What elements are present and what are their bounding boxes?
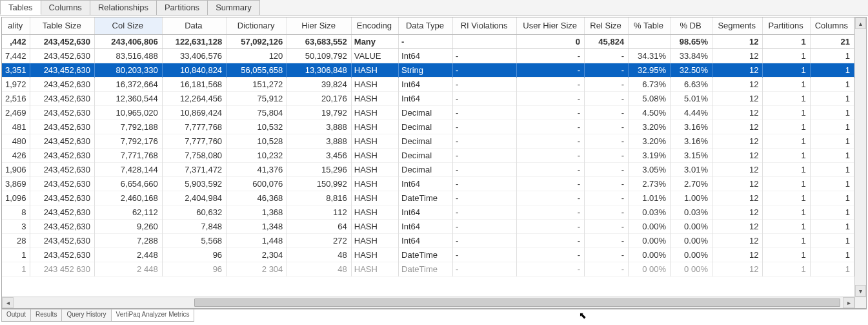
top-tab-relationships[interactable]: Relationships	[90, 0, 157, 15]
cell: 4.50%	[629, 105, 671, 120]
cell: 243,452,630	[30, 233, 94, 247]
top-tab-summary[interactable]: Summary	[207, 0, 260, 15]
column-header--db[interactable]: % DB	[671, 17, 712, 34]
table-row[interactable]: 1243,452,6302,448962,30448HASHDateTime--…	[2, 247, 854, 262]
column-header-data-type[interactable]: Data Type	[399, 17, 453, 34]
column-header-table-size[interactable]: Table Size	[30, 17, 94, 34]
table-row[interactable]: 7,442243,452,63083,516,48833,406,5761205…	[2, 48, 854, 63]
table-row[interactable]: 426243,452,6307,771,7687,758,08010,2323,…	[2, 148, 854, 162]
table-row[interactable]: 28243,452,6307,2885,5681,448272HASHInt64…	[2, 233, 854, 247]
cell: 12	[712, 219, 763, 233]
column-header-rel-size[interactable]: Rel Size	[585, 17, 629, 34]
table-row[interactable]: 1,972243,452,63016,372,66416,181,568151,…	[2, 77, 854, 91]
cell: -	[452, 77, 516, 91]
cell: 28	[2, 233, 30, 247]
cell: -	[452, 262, 516, 276]
cell: HASH	[351, 162, 398, 176]
data-grid: alityTable SizeCol SizeDataDictionaryHie…	[2, 17, 854, 297]
bottom-tab-vertipaq-analyzer-metrics[interactable]: VertiPaq Analyzer Metrics	[111, 309, 195, 322]
cell: 1	[763, 134, 810, 148]
scroll-up-arrow-icon[interactable]: ▴	[855, 17, 866, 29]
header-row: alityTable SizeCol SizeDataDictionaryHie…	[2, 17, 854, 34]
cell: 243,452,630	[30, 205, 94, 219]
column-header-ality[interactable]: ality	[2, 17, 30, 34]
table-row[interactable]: 1,906243,452,6307,428,1447,371,47241,376…	[2, 162, 854, 176]
scroll-right-arrow-icon[interactable]: ▸	[843, 297, 854, 308]
cell: 12	[712, 105, 763, 120]
cell: -	[517, 63, 585, 77]
column-header-columns[interactable]: Columns	[810, 17, 854, 34]
cell: -	[452, 162, 516, 176]
cell: 3,351	[2, 63, 30, 77]
cell: Decimal	[399, 134, 453, 148]
cell: 1	[763, 262, 810, 276]
cell: 7,428,144	[94, 162, 162, 176]
vertipaq-table: alityTable SizeCol SizeDataDictionaryHie…	[2, 17, 854, 277]
cell: -	[517, 77, 585, 91]
table-row[interactable]: 2,469243,452,63010,965,02010,869,42475,8…	[2, 105, 854, 120]
cell: 243,452,630	[30, 63, 94, 77]
cell: 7,848	[162, 219, 226, 233]
table-row[interactable]: 481243,452,6307,792,1887,777,76810,5323,…	[2, 120, 854, 134]
top-tab-tables[interactable]: Tables	[0, 0, 41, 15]
cell: Int64	[399, 233, 453, 247]
column-header-partitions[interactable]: Partitions	[763, 17, 810, 34]
bottom-tab-query-history[interactable]: Query History	[61, 309, 111, 322]
cell: -	[452, 176, 516, 191]
column-header-encoding[interactable]: Encoding	[351, 17, 398, 34]
cell: Int64	[399, 77, 453, 91]
hscroll-thumb[interactable]	[194, 299, 840, 307]
column-header-data[interactable]: Data	[162, 17, 226, 34]
cell: 48	[287, 247, 351, 262]
cell: HASH	[351, 91, 398, 105]
cell: 243,452,630	[30, 134, 94, 148]
cell: Decimal	[399, 148, 453, 162]
cell: -	[452, 247, 516, 262]
cell: 7,777,760	[162, 134, 226, 148]
cell: 1	[763, 77, 810, 91]
cell: -	[585, 63, 629, 77]
scroll-left-arrow-icon[interactable]: ◂	[2, 297, 14, 308]
totals-row[interactable]: ,442243,452,630243,406,806122,631,12857,…	[2, 34, 854, 48]
cell: 243,452,630	[30, 247, 94, 262]
column-header-hier-size[interactable]: Hier Size	[287, 17, 351, 34]
vertical-scrollbar[interactable]: ▴ ▾	[854, 17, 866, 297]
column-header--table[interactable]: % Table	[629, 17, 671, 34]
cell: 1	[810, 120, 854, 134]
cell: -	[585, 191, 629, 205]
cell: 1	[763, 205, 810, 219]
cell: 1	[2, 247, 30, 262]
column-header-user-hier-size[interactable]: User Hier Size	[517, 17, 585, 34]
cell: 120	[227, 48, 287, 63]
table-row[interactable]: 3,351243,452,63080,203,33010,840,82456,0…	[2, 63, 854, 77]
cell: Decimal	[399, 162, 453, 176]
column-header-col-size[interactable]: Col Size	[94, 17, 162, 34]
column-header-ri-violations[interactable]: RI Violations	[452, 17, 516, 34]
hscroll-track[interactable]	[14, 297, 843, 308]
cell: -	[517, 162, 585, 176]
cell: 243,452,630	[30, 191, 94, 205]
scroll-down-arrow-icon[interactable]: ▾	[855, 285, 866, 297]
cell: 1	[763, 105, 810, 120]
table-row[interactable]: 3,869243,452,6306,654,6605,903,592600,07…	[2, 176, 854, 191]
cell: String	[399, 63, 453, 77]
cell: 3.16%	[671, 134, 712, 148]
table-row[interactable]: 2,516243,452,63012,360,54412,264,45675,9…	[2, 91, 854, 105]
top-tab-columns[interactable]: Columns	[41, 0, 90, 15]
bottom-tab-output[interactable]: Output	[1, 309, 31, 322]
table-row[interactable]: 1,096243,452,6302,460,1682,404,98446,368…	[2, 191, 854, 205]
cell: Int64	[399, 91, 453, 105]
top-tab-partitions[interactable]: Partitions	[156, 0, 208, 15]
cell: 112	[287, 205, 351, 219]
table-row[interactable]: 8243,452,63062,11260,6321,368112HASHInt6…	[2, 205, 854, 219]
cell: -	[585, 219, 629, 233]
horizontal-scrollbar[interactable]: ◂ ▸	[2, 297, 854, 308]
cell: 2,404,984	[162, 191, 226, 205]
table-row[interactable]: 1243 452 6302 448962 30448HASHDateTime--…	[2, 262, 854, 276]
column-header-dictionary[interactable]: Dictionary	[227, 17, 287, 34]
cell: 1	[810, 63, 854, 77]
table-row[interactable]: 480243,452,6307,792,1767,777,76010,5283,…	[2, 134, 854, 148]
bottom-tab-results[interactable]: Results	[30, 309, 62, 322]
column-header-segments[interactable]: Segments	[712, 17, 763, 34]
table-row[interactable]: 3243,452,6309,2607,8481,34864HASHInt64--…	[2, 219, 854, 233]
